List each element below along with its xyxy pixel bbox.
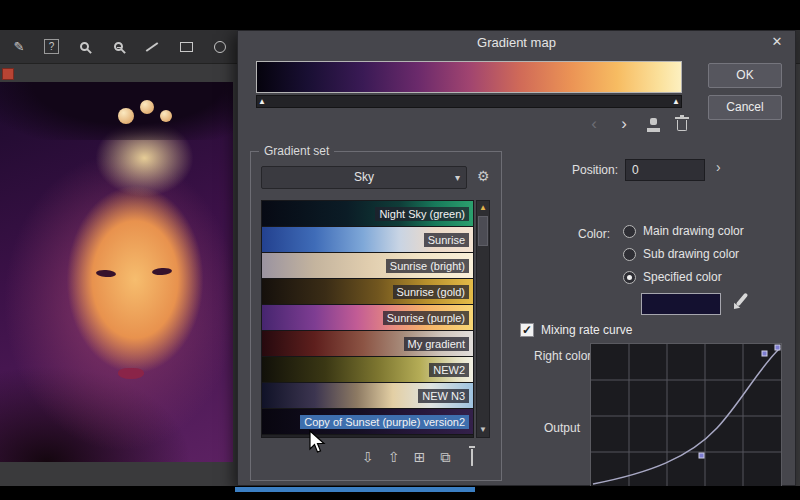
- gradient-set-legend: Gradient set: [259, 144, 334, 158]
- preset-row[interactable]: Night Sky (green): [262, 201, 473, 227]
- gradient-stop-marker[interactable]: ▲: [258, 97, 266, 107]
- help-icon[interactable]: ?: [44, 39, 59, 54]
- radio-specified-color[interactable]: Specified color: [623, 269, 722, 285]
- mixing-rate-curve-row[interactable]: ✓ Mixing rate curve: [520, 323, 632, 337]
- dialog-titlebar[interactable]: Gradient map ✕: [238, 31, 795, 53]
- preset-row[interactable]: My gradient: [262, 331, 473, 357]
- magnifier-minus-icon: [114, 42, 123, 51]
- mixing-curve-editor[interactable]: [590, 343, 782, 487]
- gradient-set-group: Gradient set Sky ▾ ⚙ Night Sky (green) S…: [250, 151, 502, 481]
- cancel-button[interactable]: Cancel: [708, 95, 782, 120]
- curve-handle: [762, 351, 767, 356]
- portrait-eye: [96, 269, 116, 277]
- preset-label: Sunrise (gold): [393, 285, 469, 299]
- delete-preset-icon[interactable]: [463, 448, 480, 466]
- output-label: Output: [544, 421, 580, 435]
- preset-label: Sunrise (bright): [386, 259, 469, 273]
- radio-sub-drawing-color[interactable]: Sub drawing color: [623, 246, 739, 262]
- wrench-icon[interactable]: ⚙: [477, 168, 490, 184]
- specified-color-swatch[interactable]: [641, 293, 721, 315]
- preset-label: Sunrise (purple): [383, 311, 469, 325]
- preset-label: NEW2: [429, 363, 469, 377]
- import-preset-icon[interactable]: ⇩: [359, 448, 376, 466]
- radio-icon: [623, 225, 636, 238]
- preset-label: Night Sky (green): [375, 207, 469, 221]
- preset-row[interactable]: Sunrise (purple): [262, 305, 473, 331]
- color-indicator[interactable]: [2, 68, 14, 80]
- preset-label: Sunrise: [424, 233, 469, 247]
- preset-row-selected[interactable]: Copy of Sunset (purple) version2: [262, 409, 473, 435]
- duplicate-preset-icon[interactable]: ⧉: [437, 448, 454, 466]
- radio-checked-icon: [623, 271, 636, 284]
- position-input[interactable]: [625, 159, 705, 181]
- chevron-down-icon: ▾: [455, 167, 460, 188]
- preset-label: NEW N3: [418, 389, 469, 403]
- rectangle-tool-icon[interactable]: [177, 38, 195, 56]
- mixing-rate-curve-label: Mixing rate curve: [541, 323, 632, 337]
- circle-tool-icon[interactable]: [211, 38, 229, 56]
- canvas-artwork[interactable]: [0, 82, 233, 462]
- gradient-preview-bar[interactable]: [256, 61, 682, 93]
- gradient-stop-strip[interactable]: ▲ ▲: [256, 95, 682, 108]
- curve-handle: [775, 345, 780, 350]
- video-progress-bar[interactable]: [235, 487, 475, 492]
- curve-graph: [591, 344, 781, 486]
- scroll-down-icon[interactable]: ▼: [477, 423, 489, 437]
- headband-bead: [140, 100, 154, 114]
- gradient-preset-list: Night Sky (green) Sunrise Sunrise (brigh…: [261, 200, 474, 438]
- radio-main-drawing-color[interactable]: Main drawing color: [623, 223, 744, 239]
- portrait-eye: [152, 267, 172, 275]
- preset-row[interactable]: NEW N3: [262, 383, 473, 409]
- curve-handle: [699, 453, 704, 458]
- preset-actions: ⇩ ⇧ ⊞ ⧉: [359, 448, 480, 466]
- portrait-lips: [118, 368, 144, 379]
- gradient-stop-marker[interactable]: ▲: [672, 97, 680, 107]
- color-label: Color:: [578, 227, 618, 241]
- preset-row[interactable]: Sunrise (bright): [262, 253, 473, 279]
- gradient-map-dialog: Gradient map ✕ ▲ ▲ OK Cancel ‹ › Gradien…: [237, 30, 796, 486]
- portrait-hair-shape: [0, 82, 233, 140]
- preset-list-scrollbar[interactable]: ▲ ▼: [476, 200, 490, 438]
- screen: ✎ ? Gradient map ✕ ▲ ▲: [0, 0, 800, 500]
- delete-stop-icon[interactable]: [674, 115, 690, 133]
- previous-stop-icon[interactable]: ‹: [584, 115, 604, 135]
- pen-tool-icon[interactable]: ✎: [10, 38, 28, 56]
- right-color-label: Right color: [534, 349, 591, 363]
- position-expand-icon[interactable]: ›: [716, 159, 721, 175]
- mouse-cursor: [308, 430, 328, 454]
- gradient-set-selected: Sky: [354, 170, 374, 184]
- scrollbar-thumb[interactable]: [478, 216, 488, 246]
- preset-label: My gradient: [404, 337, 469, 351]
- scroll-up-icon[interactable]: ▲: [477, 201, 489, 215]
- headband-bead: [160, 110, 172, 122]
- letterbox-top: [0, 0, 800, 30]
- headband-bead: [118, 108, 134, 124]
- preset-label: Copy of Sunset (purple) version2: [300, 415, 469, 429]
- close-icon[interactable]: ✕: [769, 34, 785, 50]
- preset-row[interactable]: Sunrise: [262, 227, 473, 253]
- checkbox-checked-icon[interactable]: ✓: [520, 323, 534, 337]
- letterbox-bottom: [0, 486, 800, 500]
- next-stop-icon[interactable]: ›: [614, 115, 634, 135]
- register-preset-icon[interactable]: [646, 117, 662, 133]
- ok-button[interactable]: OK: [708, 63, 782, 88]
- export-preset-icon[interactable]: ⇧: [385, 448, 402, 466]
- preset-row[interactable]: Sunrise (gold): [262, 279, 473, 305]
- add-preset-icon[interactable]: ⊞: [411, 448, 428, 466]
- line-tool-icon[interactable]: [143, 38, 161, 56]
- position-label: Position:: [538, 163, 618, 177]
- eyedropper-icon[interactable]: [736, 292, 749, 306]
- dialog-title: Gradient map: [238, 35, 795, 50]
- zoom-out-icon[interactable]: [109, 38, 127, 56]
- preset-row[interactable]: NEW2: [262, 357, 473, 383]
- magnifier-icon: [80, 42, 89, 51]
- gradient-set-dropdown[interactable]: Sky ▾: [261, 166, 467, 189]
- radio-icon: [623, 248, 636, 261]
- zoom-in-icon[interactable]: [75, 38, 93, 56]
